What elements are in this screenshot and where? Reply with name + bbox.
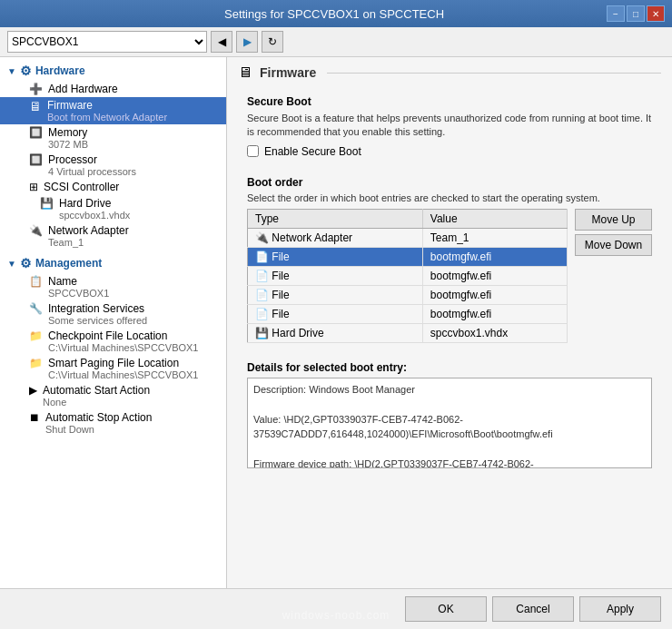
- maximize-button[interactable]: □: [627, 5, 645, 22]
- hdd-icon: 💾: [40, 197, 54, 210]
- memory-sub: 3072 MB: [48, 139, 88, 150]
- processor-sub: 4 Virtual processors: [48, 166, 136, 177]
- sidebar-firmware[interactable]: 🖥 Firmware Boot from Network Adapter: [0, 97, 226, 124]
- cancel-button[interactable]: Cancel: [492, 596, 574, 622]
- table-cell-type: 📄 File: [248, 247, 423, 266]
- window-controls: − □ ✕: [607, 5, 665, 22]
- smartpaging-icon: 📁: [29, 357, 43, 369]
- secure-boot-desc: Secure Boot is a feature that helps prev…: [247, 112, 652, 140]
- processor-icon: 🔲: [29, 153, 43, 166]
- content-area: ▼ ⚙ Hardware ➕ Add Hardware 🖥 Firmware B…: [0, 57, 672, 588]
- details-box[interactable]: Description: Windows Boot Manager Value:…: [247, 378, 652, 468]
- hardware-chevron-icon: ▼: [7, 66, 16, 76]
- scsi-label: SCSI Controller: [44, 181, 119, 193]
- sidebar-hardware-label: Hardware: [35, 64, 85, 77]
- apply-button[interactable]: Apply: [579, 596, 661, 622]
- file-row-icon: 📄: [255, 308, 269, 320]
- details-content: Description: Windows Boot Manager Value:…: [253, 384, 553, 468]
- sidebar-hardware-header[interactable]: ▼ ⚙ Hardware: [0, 61, 226, 81]
- move-up-button[interactable]: Move Up: [575, 209, 652, 231]
- network-icon: 🔌: [29, 224, 43, 237]
- file-row-icon: 📄: [255, 289, 269, 301]
- move-down-button[interactable]: Move Down: [575, 234, 652, 256]
- autostop-label: Automatic Stop Action: [45, 411, 152, 424]
- scsi-icon: ⊞: [29, 181, 38, 193]
- boot-order-desc: Select the order in which boot entries a…: [247, 192, 652, 203]
- sidebar-management-header[interactable]: ▼ ⚙ Management: [0, 253, 226, 273]
- add-hardware-label: Add Hardware: [48, 83, 118, 95]
- table-header-value: Value: [422, 209, 567, 228]
- smartpaging-label: Smart Paging File Location: [48, 357, 198, 369]
- sidebar-auto-start[interactable]: ▶ Automatic Start Action None: [0, 382, 226, 409]
- table-row[interactable]: 📄 File bootmgfw.efi: [248, 304, 568, 323]
- sidebar-smart-paging[interactable]: 📁 Smart Paging File Location C:\Virtual …: [0, 355, 226, 382]
- table-row[interactable]: 📄 File bootmgfw.efi: [248, 247, 568, 266]
- sidebar-auto-stop[interactable]: ⏹ Automatic Stop Action Shut Down: [0, 409, 226, 437]
- sidebar-hard-drive[interactable]: 💾 Hard Drive spccvbox1.vhdx: [0, 195, 226, 222]
- nav-forward-button[interactable]: ▶: [236, 31, 258, 53]
- management-chevron-icon: ▼: [7, 259, 16, 269]
- table-row[interactable]: 🔌 Network Adapter Team_1: [248, 228, 568, 247]
- table-cell-value: bootmgfw.efi: [422, 285, 567, 304]
- sidebar-network-adapter[interactable]: 🔌 Network Adapter Team_1: [0, 222, 226, 250]
- sidebar: ▼ ⚙ Hardware ➕ Add Hardware 🖥 Firmware B…: [0, 57, 227, 588]
- table-row[interactable]: 📄 File bootmgfw.efi: [248, 285, 568, 304]
- sidebar-scsi-controller[interactable]: ⊞ SCSI Controller: [0, 179, 226, 195]
- sidebar-processor[interactable]: 🔲 Processor 4 Virtual processors: [0, 152, 226, 179]
- integration-icon: 🔧: [29, 302, 43, 315]
- sidebar-memory[interactable]: 🔲 Memory 3072 MB: [0, 124, 226, 152]
- details-section: Details for selected boot entry: Descrip…: [238, 356, 661, 474]
- close-button[interactable]: ✕: [647, 5, 665, 22]
- firmware-sub-label: Boot from Network Adapter: [47, 112, 167, 123]
- table-row[interactable]: 💾 Hard Drive spccvbox1.vhdx: [248, 323, 568, 342]
- hdd-label: Hard Drive: [59, 197, 130, 210]
- enable-secure-boot-label: Enable Secure Boot: [264, 145, 361, 158]
- sidebar-integration-services[interactable]: 🔧 Integration Services Some services off…: [0, 300, 226, 328]
- table-row[interactable]: 📄 File bootmgfw.efi: [248, 266, 568, 285]
- table-cell-type: 💾 Hard Drive: [248, 323, 423, 342]
- network-label: Network Adapter: [48, 224, 129, 237]
- table-cell-type: 📄 File: [248, 266, 423, 285]
- sidebar-checkpoint-location[interactable]: 📁 Checkpoint File Location C:\Virtual Ma…: [0, 328, 226, 355]
- firmware-label: Firmware: [47, 99, 167, 112]
- integration-label: Integration Services: [48, 302, 147, 315]
- autostart-label: Automatic Start Action: [43, 384, 150, 397]
- enable-secure-boot-row[interactable]: Enable Secure Boot: [247, 145, 652, 158]
- hdd-sub: spccvbox1.vhdx: [59, 210, 130, 221]
- network-sub: Team_1: [48, 237, 129, 248]
- memory-label: Memory: [48, 126, 88, 139]
- name-icon: 📋: [29, 275, 43, 288]
- firmware-icon: 🖥: [29, 99, 42, 113]
- boot-order-title: Boot order: [247, 176, 652, 189]
- autostart-icon: ▶: [29, 384, 37, 397]
- boot-order-table: Type Value 🔌 Network Adapter Team_1 📄 Fi…: [247, 209, 568, 343]
- checkpoint-sub: C:\Virtual Machines\SPCCVBOX1: [48, 342, 198, 353]
- autostart-sub: None: [43, 397, 150, 408]
- secure-boot-title: Secure Boot: [247, 95, 652, 108]
- memory-icon: 🔲: [29, 126, 43, 139]
- nav-refresh-button[interactable]: ↻: [262, 31, 283, 53]
- toolbar: SPCCVBOX1 ◀ ▶ ↻: [0, 27, 672, 57]
- hdd-row-icon: 💾: [255, 327, 269, 339]
- file-row-icon: 📄: [255, 270, 269, 282]
- secure-boot-section: Secure Boot Secure Boot is a feature tha…: [238, 90, 661, 163]
- firmware-panel-icon: 🖥: [238, 64, 252, 81]
- main-window: SPCCVBOX1 ◀ ▶ ↻ ▼ ⚙ Hardware ➕ Add Hardw…: [0, 27, 672, 629]
- nav-back-button[interactable]: ◀: [211, 31, 232, 53]
- table-header-type: Type: [248, 209, 423, 228]
- title-bar: Settings for SPCCVBOX1 on SPCCTECH − □ ✕: [0, 0, 672, 27]
- minimize-button[interactable]: −: [607, 5, 625, 22]
- enable-secure-boot-checkbox[interactable]: [247, 145, 259, 157]
- move-buttons: Move Up Move Down: [575, 209, 652, 256]
- table-cell-value: spccvbox1.vhdx: [422, 323, 567, 342]
- smartpaging-sub: C:\Virtual Machines\SPCCVBOX1: [48, 369, 198, 380]
- sidebar-name[interactable]: 📋 Name SPCCVBOX1: [0, 273, 226, 300]
- sidebar-management-label: Management: [35, 257, 102, 270]
- table-cell-type: 🔌 Network Adapter: [248, 228, 423, 247]
- add-hardware-icon: ➕: [29, 83, 43, 95]
- sidebar-add-hardware[interactable]: ➕ Add Hardware: [0, 81, 226, 97]
- ok-button[interactable]: OK: [405, 596, 487, 622]
- table-cell-value: bootmgfw.efi: [422, 304, 567, 323]
- table-cell-type: 📄 File: [248, 304, 423, 323]
- vm-select[interactable]: SPCCVBOX1: [7, 31, 207, 53]
